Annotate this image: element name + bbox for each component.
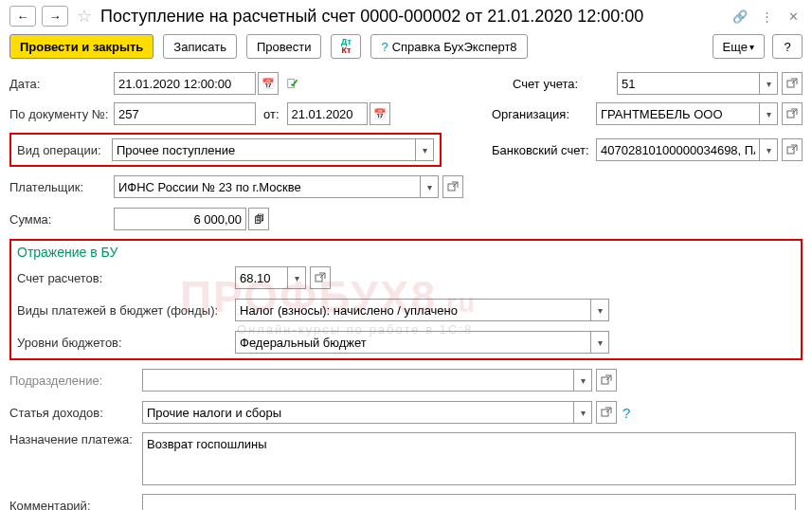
income-label: Статья доходов: — [9, 406, 142, 420]
nav-forward-button[interactable]: → — [42, 6, 68, 27]
svg-rect-4 — [448, 184, 455, 191]
link-icon[interactable]: 🔗 — [731, 7, 749, 26]
svg-rect-1 — [787, 81, 794, 87]
save-button[interactable]: Записать — [163, 34, 237, 59]
org-label: Организация: — [492, 107, 596, 121]
open-icon[interactable] — [596, 369, 617, 392]
docnum-label: По документу №: — [9, 107, 114, 121]
svg-rect-7 — [602, 410, 608, 416]
calculator-icon[interactable]: 🗐 — [248, 208, 269, 230]
budget-label: Уровни бюджетов: — [17, 336, 235, 350]
svg-rect-6 — [602, 377, 608, 384]
settle-label: Счет расчетов: — [17, 271, 235, 285]
open-icon[interactable] — [442, 175, 463, 198]
dropdown-icon[interactable]: ▾ — [420, 175, 439, 198]
dropdown-icon[interactable]: ▾ — [415, 138, 434, 161]
post-and-close-button[interactable]: Провести и закрыть — [9, 34, 153, 59]
doc-status-icon[interactable] — [282, 72, 303, 95]
help-button[interactable]: ? — [772, 34, 803, 59]
org-input[interactable] — [596, 102, 759, 125]
comment-label: Комментарий: — [9, 499, 142, 511]
dropdown-icon[interactable]: ▾ — [759, 72, 778, 95]
calendar-icon[interactable]: 📅 — [370, 102, 390, 125]
bank-label: Банковский счет: — [492, 143, 596, 157]
account-input[interactable] — [617, 72, 759, 95]
date-input[interactable] — [114, 72, 256, 95]
dropdown-icon[interactable]: ▾ — [759, 138, 778, 161]
purpose-textarea[interactable] — [142, 432, 796, 485]
nav-back-button[interactable]: ← — [9, 6, 36, 27]
dropdown-icon[interactable]: ▾ — [590, 331, 609, 354]
account-label: Счет учета: — [513, 77, 617, 91]
open-icon[interactable] — [782, 102, 803, 125]
page-title: Поступление на расчетный счет 0000-00000… — [100, 7, 725, 27]
dropdown-icon[interactable]: ▾ — [287, 266, 306, 289]
vdots-icon[interactable]: ⋮ — [757, 7, 776, 26]
purpose-label: Назначение платежа: — [9, 432, 142, 446]
calendar-icon[interactable]: 📅 — [258, 72, 279, 95]
post-button[interactable]: Провести — [246, 34, 322, 59]
dept-input[interactable] — [142, 369, 573, 392]
payer-input[interactable] — [114, 175, 420, 198]
svg-rect-0 — [288, 80, 295, 88]
docnum-from-input[interactable] — [287, 102, 368, 125]
payer-label: Плательщик: — [9, 180, 114, 194]
movements-button[interactable]: ДтКт — [331, 34, 361, 59]
settle-input[interactable] — [235, 266, 287, 289]
dropdown-icon[interactable]: ▾ — [573, 369, 592, 392]
paytype-input[interactable] — [235, 299, 590, 321]
close-icon[interactable]: ✕ — [784, 7, 803, 26]
dept-label: Подразделение: — [9, 373, 142, 388]
dropdown-icon[interactable]: ▾ — [590, 299, 609, 321]
comment-input[interactable] — [142, 494, 796, 510]
docnum-input[interactable] — [114, 102, 256, 125]
paytype-label: Виды платежей в бюджет (фонды): — [17, 303, 235, 318]
budget-input[interactable] — [235, 331, 590, 354]
bank-input[interactable] — [596, 138, 759, 161]
optype-label: Вид операции: — [17, 143, 112, 157]
open-icon[interactable] — [596, 401, 617, 424]
bu-section-title: Отражение в БУ — [17, 245, 795, 260]
help-ref-button[interactable]: ?Справка БухЭксперт8 — [370, 34, 527, 59]
svg-rect-3 — [787, 147, 794, 154]
svg-rect-2 — [787, 111, 794, 118]
dropdown-icon[interactable]: ▾ — [573, 401, 592, 424]
favorite-icon[interactable]: ☆ — [74, 6, 95, 27]
optype-input[interactable] — [112, 138, 415, 161]
sum-label: Сумма: — [9, 212, 114, 227]
docnum-from-label: от: — [263, 107, 280, 121]
svg-rect-5 — [316, 275, 322, 282]
income-input[interactable] — [142, 401, 573, 424]
more-button[interactable]: Еще ▾ — [713, 34, 765, 59]
date-label: Дата: — [9, 77, 114, 91]
sum-input[interactable] — [114, 208, 246, 230]
open-icon[interactable] — [782, 72, 803, 95]
dropdown-icon[interactable]: ▾ — [759, 102, 778, 125]
open-icon[interactable] — [782, 138, 803, 161]
help-icon[interactable]: ? — [623, 405, 630, 421]
open-icon[interactable] — [310, 266, 331, 289]
